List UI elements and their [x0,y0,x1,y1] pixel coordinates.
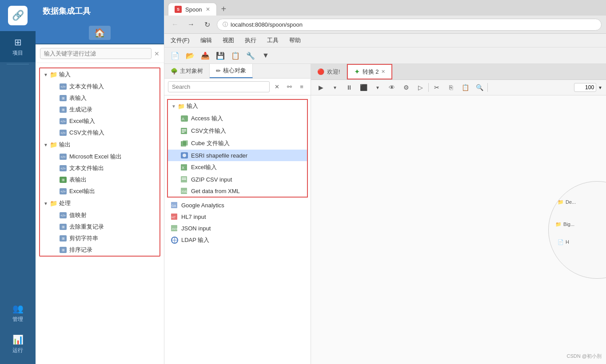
spoon-item-excel[interactable]: X Excel输入 [168,161,307,174]
menu-view[interactable]: 视图 [221,36,236,45]
browser-new-tab-button[interactable]: + [218,4,230,14]
spoon-item-access[interactable]: A Access 输入 [168,112,307,125]
canvas-play-dropdown[interactable]: ▼ [329,82,341,93]
filter-input[interactable] [40,48,152,59]
spoon-group-input[interactable]: ▼ 📁 输入 [168,100,307,112]
canvas-tab-welcome[interactable]: 🔴 欢迎! [311,64,347,79]
filter-clear-icon[interactable]: ✕ [154,50,159,57]
excel-icon: X [180,164,188,171]
search-close-button[interactable]: ✕ [271,82,282,92]
browser-tab-spoon[interactable]: S Spoon ✕ [168,3,217,16]
tree-group-output[interactable]: ▼ 📁 输出 [40,138,159,151]
spoon-item-hl7[interactable]: H7 HL7 input [164,211,311,222]
middle-filter: ✕ [36,44,164,63]
menu-execute[interactable]: 执行 [243,36,258,45]
search-list-button[interactable]: ≡ [296,82,307,92]
tree-item-value-map[interactable]: </> 值映射 [46,210,159,221]
spoon-item-google[interactable]: GA Google Analytics [164,199,311,211]
spoon-item-cube[interactable]: Cube 文件输入 [168,137,307,150]
tree-item-generate-record[interactable]: ⊞ 生成记录 [46,104,159,115]
tree-item-excel-output2[interactable]: </> Excel输出 [46,186,159,197]
browser-url-bar[interactable]: ⓘ localhost:8080/spoon/spoon [217,19,602,31]
browser-forward-button[interactable]: → [185,18,197,31]
core-tab-label: 核心对象 [223,67,246,75]
tree-items-input: </> 文本文件输入 ⊞ 表输入 ⊞ 生成记录 </> Excel输入 </> [40,81,159,138]
menu-file[interactable]: 文件(F) [169,36,191,45]
tree-item-text-file-input[interactable]: </> 文本文件输入 [46,81,159,92]
canvas-tab-transform2[interactable]: ✦ 转换 2 ✕ [347,64,393,79]
canvas-play-button[interactable]: ▶ [315,82,327,93]
toolbar-save-as-button[interactable]: 📋 [229,49,242,62]
toolbar-layers-button[interactable]: 🔧 [244,49,257,62]
svg-text:XML: XML [181,190,188,193]
sidebar-item-label-project: 项目 [12,49,23,57]
tree-item-excel-input[interactable]: </> Excel输入 [46,115,159,127]
transform2-tab-icon: ✦ [354,67,360,76]
canvas-zoom-input[interactable] [574,83,596,92]
canvas-paste-button[interactable]: 📋 [459,82,471,93]
url-text: localhost:8080/spoon/spoon [231,21,303,28]
tree-item-text-output[interactable]: </> 文本文件输出 [46,162,159,174]
sidebar-item-project[interactable]: ⊞ 项目 [0,31,36,62]
canvas-zoom-control: ▼ [574,83,602,92]
canvas-stop-button[interactable]: ⬛ [357,82,370,93]
item-icon-excel-out: </> [60,154,67,160]
core-tab-icon: ✏ [216,67,221,74]
spoon-item-ldap[interactable]: LDAP 输入 [164,234,311,246]
spoon-item-json[interactable]: JSON JSON input [164,222,311,234]
tree-item-sort[interactable]: ⊞ 排序记录 [46,244,159,256]
canvas-stop-dropdown[interactable]: ▼ [371,82,384,93]
folder-icon-input: 📁 [50,71,57,78]
canvas-zoom-button[interactable]: 🔍 [473,82,486,93]
spoon-item-csv[interactable]: CSV文件输入 [168,125,307,137]
toolbar-new-button[interactable]: 📄 [169,49,181,62]
item-icon-dedup: ⊞ [60,224,67,230]
item-label-excel: Excel输入 [69,117,95,125]
tree-group-process[interactable]: ▼ 📁 处理 [40,197,159,210]
canvas-separator2 [487,83,488,92]
tree-group-input[interactable]: ▼ 📁 输入 [40,68,159,81]
canvas-pause-button[interactable]: ⏸ [343,82,355,93]
canvas-preview-button[interactable]: 👁 [386,82,398,93]
browser-tab-close[interactable]: ✕ [206,6,210,12]
canvas-circle-element: 📁 De... 📁 Big... 📄 H [548,181,606,279]
spoon-item-esri[interactable]: ESRI shapefile reader [168,150,307,161]
tree-item-excel-output[interactable]: </> Microsoft Excel 输出 [46,151,159,162]
toolbar-dropdown-button[interactable]: ▼ [259,49,272,62]
search-connect-button[interactable]: ⚯ [284,82,295,92]
middle-nav-home[interactable]: 🏠 [89,26,111,40]
tab-main-object-tree[interactable]: 🌳 主对象树 [164,64,210,78]
tab-core-objects[interactable]: ✏ 核心对象 [210,64,253,78]
toolbar-import-button[interactable]: 📥 [199,49,211,62]
tree-item-dedup[interactable]: ⊞ 去除重复记录 [46,221,159,233]
toolbar-open-button[interactable]: 📂 [184,49,196,62]
menu-edit[interactable]: 编辑 [199,36,214,45]
toolbar-save-button[interactable]: 💾 [214,49,227,62]
browser-refresh-button[interactable]: ↻ [201,18,213,31]
spoon-item-xml[interactable]: XML Get data from XML [168,185,307,197]
tree-item-table-input[interactable]: ⊞ 表输入 [46,92,159,104]
spoon-canvas: 🔴 欢迎! ✦ 转换 2 ✕ ▶ ▼ ⏸ ⬛ [311,64,606,364]
canvas-tab-close[interactable]: ✕ [381,69,385,75]
canvas-run2-button[interactable]: ▷ [414,82,427,93]
menu-help[interactable]: 帮助 [287,36,303,45]
canvas-settings-button[interactable]: ⚙ [400,82,412,93]
browser-tab-label: Spoon [185,6,202,13]
canvas-cut-button[interactable]: ✂ [431,82,443,93]
canvas-copy-button[interactable]: ⎘ [445,82,457,93]
tree-item-trim-string[interactable]: ⊞ 剪切字符串 [46,233,159,244]
tree-item-csv-input[interactable]: </> CSV文件输入 [46,127,159,138]
menu-tools[interactable]: 工具 [265,36,280,45]
sidebar-item-run[interactable]: 📊 运行 [0,328,36,360]
csv-icon [180,127,188,135]
canvas-tab-transform2-label: 转换 2 [363,68,379,76]
sidebar-item-manage[interactable]: 👥 管理 [0,297,36,328]
cube-icon [180,140,188,147]
tree-item-table-output[interactable]: ⊞ 表输出 [46,174,159,186]
canvas-zoom-dropdown[interactable]: ▼ [598,85,602,90]
spoon-search-input[interactable] [168,81,270,92]
app-menubar: 文件(F) 编辑 视图 执行 工具 帮助 [164,34,606,47]
browser-back-button[interactable]: ← [169,18,181,31]
spoon-item-gzip[interactable]: GZIP CSV input [168,174,307,185]
middle-title: 数据集成工具 [43,6,91,16]
